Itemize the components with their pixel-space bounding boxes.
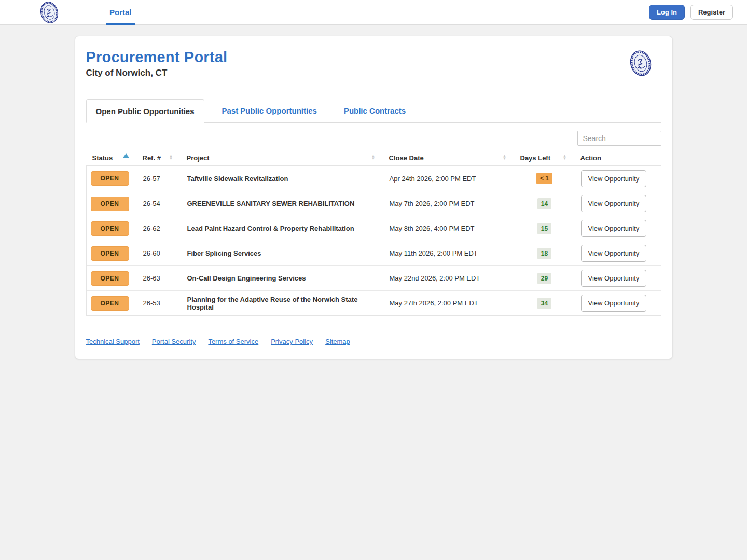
- register-button[interactable]: Register: [690, 5, 733, 20]
- project-cell: GREENEVILLE SANITARY SEWER REHABILITATIO…: [181, 200, 383, 207]
- link-portal-security[interactable]: Portal Security: [152, 338, 196, 345]
- ref-cell: 26-54: [137, 200, 181, 207]
- days-left-cell: 14: [515, 198, 575, 209]
- days-left-badge: 14: [537, 198, 551, 209]
- project-cell: Taftville Sidewalk Revitalization: [181, 175, 383, 183]
- column-header-days-left[interactable]: Days Left ▲▼: [514, 154, 574, 162]
- status-badge: OPEN: [91, 171, 129, 186]
- ref-cell: 26-57: [137, 175, 181, 183]
- ref-cell: 26-53: [137, 299, 181, 307]
- view-opportunity-button[interactable]: View Opportunity: [581, 220, 647, 237]
- portal-card: Procurement Portal City of Norwich, CT O…: [75, 36, 673, 359]
- table-row: OPEN 26-57 Taftville Sidewalk Revitaliza…: [87, 166, 661, 191]
- action-cell: View Opportunity: [575, 245, 661, 262]
- action-cell: View Opportunity: [575, 270, 661, 287]
- table-row: OPEN 26-60 Fiber Splicing Services May 1…: [87, 241, 661, 265]
- table-row: OPEN 26-63 On-Call Design Engineering Se…: [87, 265, 661, 290]
- status-badge: OPEN: [91, 246, 129, 261]
- days-left-badge: 29: [537, 273, 551, 284]
- page-subtitle: City of Norwich, CT: [86, 68, 228, 78]
- navbar-actions: Log In Register: [649, 5, 733, 20]
- opportunities-table: Status Ref. # ▲▼ Project ▲▼ Close Date ▲…: [86, 150, 661, 316]
- column-header-project[interactable]: Project ▲▼: [181, 154, 383, 162]
- tab-public-contracts[interactable]: Public Contracts: [335, 99, 415, 123]
- close-date-cell: May 22nd 2026, 2:00 PM EDT: [383, 274, 515, 282]
- table-body: OPEN 26-57 Taftville Sidewalk Revitaliza…: [86, 165, 661, 316]
- project-cell: Planning for the Adaptive Reuse of the N…: [181, 296, 383, 311]
- link-terms-of-service[interactable]: Terms of Service: [208, 338, 258, 345]
- sort-both-icon: ▲▼: [169, 155, 173, 160]
- nav-item-portal[interactable]: Portal: [106, 0, 135, 25]
- days-left-cell: 18: [515, 248, 575, 259]
- status-cell: OPEN: [87, 246, 137, 261]
- card-header: Procurement Portal City of Norwich, CT: [86, 49, 661, 78]
- search-input[interactable]: [577, 131, 661, 146]
- status-badge: OPEN: [91, 296, 129, 311]
- top-navbar: Portal Log In Register: [0, 0, 747, 25]
- close-date-cell: Apr 24th 2026, 2:00 PM EDT: [383, 175, 515, 183]
- action-cell: View Opportunity: [575, 195, 661, 212]
- view-opportunity-button[interactable]: View Opportunity: [581, 195, 647, 212]
- view-opportunity-button[interactable]: View Opportunity: [581, 270, 647, 287]
- link-privacy-policy[interactable]: Privacy Policy: [271, 338, 313, 345]
- days-left-badge: 34: [537, 298, 551, 309]
- close-date-cell: May 11th 2026, 2:00 PM EDT: [383, 249, 515, 257]
- link-sitemap[interactable]: Sitemap: [325, 338, 350, 345]
- days-left-badge: 18: [537, 248, 551, 259]
- status-badge: OPEN: [91, 221, 129, 236]
- city-seal-icon: [629, 50, 653, 77]
- status-cell: OPEN: [87, 271, 137, 286]
- page-title: Procurement Portal: [86, 49, 228, 66]
- days-left-badge: < 1: [536, 173, 552, 184]
- close-date-cell: May 27th 2026, 2:00 PM EDT: [383, 299, 515, 307]
- table-header-row: Status Ref. # ▲▼ Project ▲▼ Close Date ▲…: [86, 150, 661, 165]
- days-left-badge: 15: [537, 223, 551, 234]
- column-header-ref[interactable]: Ref. # ▲▼: [136, 154, 181, 162]
- status-cell: OPEN: [87, 171, 137, 186]
- project-cell: Lead Paint Hazard Control & Property Reh…: [181, 225, 383, 232]
- table-row: OPEN 26-53 Planning for the Adaptive Reu…: [87, 290, 661, 315]
- status-cell: OPEN: [87, 197, 137, 211]
- project-cell: Fiber Splicing Services: [181, 249, 383, 257]
- view-opportunity-button[interactable]: View Opportunity: [581, 170, 647, 187]
- days-left-cell: 34: [515, 298, 575, 309]
- login-button[interactable]: Log In: [649, 5, 685, 20]
- view-opportunity-button[interactable]: View Opportunity: [581, 295, 647, 312]
- status-badge: OPEN: [91, 197, 129, 211]
- close-date-cell: May 8th 2026, 4:00 PM EDT: [383, 225, 515, 232]
- tab-past-public-opportunities[interactable]: Past Public Opportunities: [213, 99, 326, 123]
- status-badge: OPEN: [91, 271, 129, 286]
- table-row: OPEN 26-62 Lead Paint Hazard Control & P…: [87, 216, 661, 241]
- close-date-cell: May 7th 2026, 2:00 PM EDT: [383, 200, 515, 207]
- nav-item-portal-label: Portal: [109, 8, 132, 17]
- tab-bar: Open Public Opportunities Past Public Op…: [86, 99, 661, 123]
- link-technical-support[interactable]: Technical Support: [86, 338, 140, 345]
- sort-both-icon: ▲▼: [371, 155, 376, 160]
- days-left-cell: < 1: [515, 173, 575, 184]
- city-seal-logo-icon: [39, 1, 60, 24]
- sort-both-icon: ▲▼: [563, 155, 567, 160]
- table-row: OPEN 26-54 GREENEVILLE SANITARY SEWER RE…: [87, 191, 661, 216]
- search-row: [86, 131, 661, 146]
- action-cell: View Opportunity: [575, 295, 661, 312]
- column-header-close-date[interactable]: Close Date ▲▼: [383, 154, 514, 162]
- project-cell: On-Call Design Engineering Services: [181, 274, 383, 282]
- column-header-status[interactable]: Status: [86, 154, 136, 162]
- column-header-action: Action: [574, 154, 661, 162]
- days-left-cell: 29: [515, 273, 575, 284]
- action-cell: View Opportunity: [575, 220, 661, 237]
- footer-links: Technical Support Portal Security Terms …: [86, 338, 661, 345]
- action-cell: View Opportunity: [575, 170, 661, 187]
- sort-ascending-icon: [123, 153, 129, 158]
- status-cell: OPEN: [87, 296, 137, 311]
- days-left-cell: 15: [515, 223, 575, 234]
- sort-both-icon: ▲▼: [503, 155, 507, 160]
- ref-cell: 26-62: [137, 225, 181, 232]
- ref-cell: 26-60: [137, 249, 181, 257]
- status-cell: OPEN: [87, 221, 137, 236]
- ref-cell: 26-63: [137, 274, 181, 282]
- view-opportunity-button[interactable]: View Opportunity: [581, 245, 647, 262]
- active-nav-underline: [106, 23, 135, 25]
- tab-open-public-opportunities[interactable]: Open Public Opportunities: [86, 99, 204, 123]
